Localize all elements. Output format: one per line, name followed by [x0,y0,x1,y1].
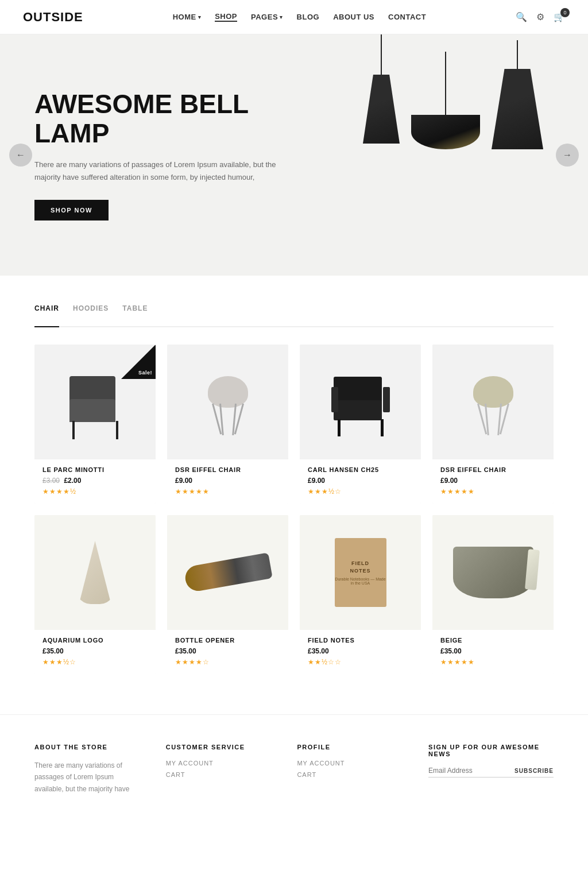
lamp-shade-1 [363,75,400,144]
header: OUTSIDE HOME ▾ SHOP PAGES ▾ BLOG ABOUT U… [0,0,588,34]
product-info: CARL HANSEN CH25 £9.00 ★★★½☆ [300,459,421,504]
footer-newsletter-title: SIGN UP FOR OUR AWESOME NEWS [428,744,554,757]
nav-pages[interactable]: PAGES ▾ [251,13,283,21]
cart-icon[interactable]: 🛒 0 [554,11,565,22]
product-info: BEIGE £35.00 ★★★★★ [432,630,554,674]
product-name: BOTTLE OPENER [175,637,280,644]
product-info: DSR EIFFEL CHAIR £9.00 ★★★★★ [167,459,288,504]
chair-image-1 [64,365,127,439]
product-stars: ★★★★½ [42,488,148,496]
product-price: £35.00 [308,647,413,655]
product-card[interactable]: FIELDNOTES Durable Notebooks — Made in t… [300,515,421,674]
footer: ABOUT THE STORE There are many variation… [0,714,588,829]
footer-cs-link-cart[interactable]: CART [166,771,274,778]
hero-prev-button[interactable]: ← [9,144,32,167]
products-grid-row2: AQUARIUM LOGO £35.00 ★★★½☆ BOTTLE OPENER… [34,515,554,674]
lamp-shade-2 [411,115,480,149]
nav-home[interactable]: HOME ▾ [173,13,202,21]
product-card[interactable]: BOTTLE OPENER £35.00 ★★★★☆ [167,515,288,674]
opener-image [183,552,273,593]
product-price: £35.00 [175,647,280,655]
product-name: CARL HANSEN CH25 [308,466,413,473]
newsletter-email-input[interactable] [428,767,514,775]
product-image [34,345,156,459]
product-image [34,515,156,630]
footer-about-text: There are many variations of passages of… [34,760,143,795]
nav-about[interactable]: ABOUT US [333,13,374,21]
product-stars: ★★★½☆ [42,658,148,666]
footer-profile: PROFILE MY ACCOUNT CART [297,744,405,795]
price-new: £35.00 [440,647,462,655]
product-stars: ★★★★☆ [175,658,280,666]
lamp-2 [411,52,480,149]
product-image [167,515,288,630]
hero-image [353,34,554,276]
product-image [432,345,554,459]
product-card[interactable]: AQUARIUM LOGO £35.00 ★★★½☆ [34,515,156,674]
armchair-image [329,368,392,436]
product-image: FIELDNOTES Durable Notebooks — Made in t… [300,515,421,630]
product-info: DSR EIFFEL CHAIR £9.00 ★★★★★ [432,459,554,504]
nav-blog[interactable]: BLOG [297,13,320,21]
filter-tab-table[interactable]: TABLE [122,304,148,319]
product-card[interactable]: DSR EIFFEL CHAIR £9.00 ★★★★★ [432,345,554,504]
shop-now-button[interactable]: SHOP NOW [34,200,109,220]
logo: OUTSIDE [23,10,83,25]
lamp-shade-3 [492,69,543,149]
product-image [167,345,288,459]
price-new: £2.00 [64,477,81,485]
footer-about-title: ABOUT THE STORE [34,744,143,751]
footer-profile-link-cart[interactable]: CART [297,771,405,778]
product-price: £35.00 [440,647,546,655]
footer-profile-link-account[interactable]: MY ACCOUNT [297,760,405,767]
product-price: £9.00 [440,477,546,485]
search-icon[interactable]: 🔍 [516,11,527,22]
product-image [432,515,554,630]
price-new: £35.00 [42,647,64,655]
clutch-image [453,547,533,598]
product-name: DSR EIFFEL CHAIR [440,466,546,473]
hero-next-button[interactable]: → [556,144,579,167]
eiffel-chair-image [199,365,257,439]
hero-section: ← AWESOME BELL LAMP There are many varia… [0,34,588,276]
product-stars: ★★★½☆ [308,488,413,496]
product-price: £35.00 [42,647,148,655]
product-name: FIELD NOTES [308,637,413,644]
product-name: LE PARC MINOTTI [42,466,148,473]
chevron-down-icon: ▾ [280,14,283,20]
product-name: AQUARIUM LOGO [42,637,148,644]
price-old: £3.00 [42,477,60,485]
footer-newsletter: SIGN UP FOR OUR AWESOME NEWS SUBSCRIBE [428,744,554,795]
chevron-down-icon: ▾ [198,14,202,20]
settings-icon[interactable]: ⚙ [536,11,544,22]
products-section: CHAIR HOODIES TABLE Sale! LE [0,276,588,714]
product-card[interactable]: BEIGE £35.00 ★★★★★ [432,515,554,674]
footer-grid: ABOUT THE STORE There are many variation… [34,744,554,795]
product-stars: ★★★★★ [440,488,546,496]
nav-shop[interactable]: SHOP [215,12,237,22]
footer-cs-link-account[interactable]: MY ACCOUNT [166,760,274,767]
hero-title: AWESOME BELL LAMP [34,90,289,148]
filter-tab-hoodies[interactable]: HOODIES [73,304,109,319]
eiffel2-chair-image [465,365,522,439]
product-info: BOTTLE OPENER £35.00 ★★★★☆ [167,630,288,674]
footer-cs-title: CUSTOMER SERVICE [166,744,274,751]
lamp-3 [492,40,543,149]
product-card[interactable]: Sale! LE PARC MINOTTI £3.00 £2.00 ★★★★½ [34,345,156,504]
lamp-cord-3 [517,40,518,69]
hero-description: There are many variations of passages of… [34,158,289,184]
filter-tabs: CHAIR HOODIES TABLE [34,304,554,327]
nav-contact[interactable]: CONTACT [388,13,426,21]
price-new: £9.00 [440,477,458,485]
product-card[interactable]: CARL HANSEN CH25 £9.00 ★★★½☆ [300,345,421,504]
cone-image [72,541,118,604]
product-name: DSR EIFFEL CHAIR [175,466,280,473]
footer-about: ABOUT THE STORE There are many variation… [34,744,143,795]
subscribe-button[interactable]: SUBSCRIBE [514,768,554,774]
footer-email-row: SUBSCRIBE [428,767,554,777]
product-stars: ★★★★★ [175,488,280,496]
filter-tab-chair[interactable]: CHAIR [34,304,59,327]
product-card[interactable]: DSR EIFFEL CHAIR £9.00 ★★★★★ [167,345,288,504]
footer-customer-service: CUSTOMER SERVICE MY ACCOUNT CART [166,744,274,795]
product-price: £3.00 £2.00 [42,477,148,485]
